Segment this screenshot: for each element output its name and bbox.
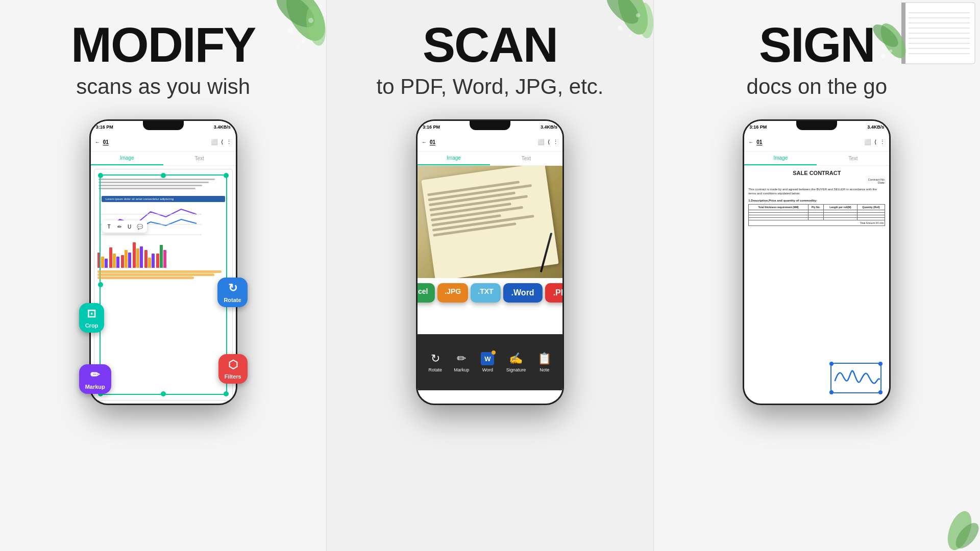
crop-icon: ⬜ — [211, 139, 218, 145]
crop-icon-center: ⬜ — [537, 139, 545, 145]
phone-lower-area: .Excel .JPG .TXT .Word .PDF ↻ Rotate ✏ — [418, 278, 562, 390]
tool-word[interactable]: W Word — [481, 352, 494, 372]
crop-handle-ml — [98, 282, 103, 287]
status-info-right: 3.4KB/s — [867, 124, 884, 130]
status-info-center: 3.4KB/s — [541, 124, 557, 130]
svg-point-12 — [636, 2, 653, 39]
share-icon-center: ⟨ — [548, 139, 550, 145]
status-time-center: 3:16 PM — [423, 124, 440, 130]
svg-point-5 — [308, 18, 313, 23]
back-icon-right: ← — [748, 139, 753, 145]
toolbar-num-center: 01 — [430, 139, 435, 145]
tab-text-right[interactable]: Text — [817, 152, 889, 165]
toolbar-num-right: 01 — [756, 139, 762, 145]
deco-plant-right — [919, 500, 980, 551]
phone-notch-left — [143, 121, 184, 130]
phone-tabs-center: Image Text — [418, 152, 562, 166]
scan-title: SCAN — [423, 20, 557, 69]
contract-date: Date: — [748, 181, 885, 184]
orange-highlight-1 — [97, 270, 222, 273]
format-badges-row: .Excel .JPG .TXT .Word .PDF — [418, 283, 562, 303]
crop-handle-tm — [161, 173, 166, 178]
crop-button[interactable]: ⊡ Crop — [79, 303, 105, 333]
contract-meta: Contract No: Date: — [748, 178, 885, 184]
toolbar-center: ← 01 ⬜ ⟨ ⋮ — [418, 133, 562, 152]
phone-notch-center — [470, 121, 510, 130]
rotate-bottom-label: Rotate — [429, 367, 443, 372]
scan-document: T ✏ U 💬 Lorem ipsum dolor sit amet conse… — [94, 169, 233, 400]
rotate-label: Rotate — [224, 297, 241, 303]
svg-point-10 — [612, 0, 653, 39]
tab-image-center[interactable]: Image — [418, 152, 490, 165]
svg-point-30 — [889, 49, 892, 53]
svg-point-6 — [297, 44, 300, 47]
annot-highlight-icon: ✏ — [115, 222, 124, 231]
badge-excel[interactable]: .Excel — [418, 283, 435, 303]
scan-content-left: T ✏ U 💬 Lorem ipsum dolor sit amet conse… — [91, 166, 236, 404]
tab-text-center[interactable]: Text — [490, 152, 562, 165]
status-time-right: 3:16 PM — [749, 124, 767, 130]
toolbar-right: ← 01 ⬜ ⟨ ⋮ — [744, 133, 889, 152]
markup-icon-float: ✏ — [90, 368, 100, 382]
back-icon-center: ← — [422, 139, 427, 145]
annot-text-icon: T — [105, 222, 113, 231]
sign-subtitle: docs on the go — [747, 74, 888, 99]
svg-point-1 — [271, 0, 321, 34]
contract-body: This contract is made by and agreed betw… — [748, 187, 885, 196]
phone-scan: 3:16 PM 3.4KB/s ← 01 ⬜ ⟨ ⋮ Image Text — [416, 119, 564, 405]
signature-bottom-label: Signature — [506, 367, 526, 372]
phone-tabs-right: Image Text — [744, 152, 889, 166]
svg-point-31 — [943, 508, 976, 551]
modify-title: MODIFY — [71, 20, 255, 69]
annotation-toolbar: T ✏ U 💬 — [102, 220, 147, 233]
svg-point-14 — [629, 34, 632, 37]
share-icon: ⟨ — [221, 139, 223, 145]
rotate-icon-float: ↻ — [228, 282, 237, 295]
badge-pdf[interactable]: .PDF — [545, 283, 562, 303]
badge-jpg[interactable]: .JPG — [437, 283, 468, 303]
tool-markup[interactable]: ✏ Markup — [454, 352, 469, 372]
toolbar-left: ← 01 ⬜ ⟨ ⋮ — [91, 133, 236, 152]
table-header-4: Quantity (Roll) — [857, 204, 885, 210]
tool-rotate[interactable]: ↻ Rotate — [429, 352, 443, 372]
word-icon-bottom: W — [481, 352, 494, 365]
bottom-toolbar-center: ↻ Rotate ✏ Markup W Word ✍ — [418, 334, 562, 390]
phone-notch-right — [796, 121, 837, 130]
filters-icon-float: ⬡ — [228, 358, 238, 371]
deco-leaves-center — [572, 0, 653, 77]
tab-image-right[interactable]: Image — [744, 152, 817, 165]
annot-comment-icon: 💬 — [136, 222, 144, 231]
rotate-button[interactable]: ↻ Rotate — [217, 278, 247, 307]
book-text — [423, 173, 553, 244]
markup-button[interactable]: ✏ Markup — [79, 364, 111, 394]
phone-modify: 3:16 PM 3.4KB/s ← 01 ⬜ ⟨ ⋮ Image Text — [89, 119, 237, 405]
signature-icon-bottom: ✍ — [509, 352, 523, 365]
tab-image-left[interactable]: Image — [91, 152, 163, 165]
phone-body-right: 3:16 PM 3.4KB/s ← 01 ⬜ ⟨ ⋮ Image Text — [743, 119, 891, 405]
crop-handle-tl — [98, 173, 103, 178]
note-bottom-label: Note — [540, 367, 549, 372]
svg-point-29 — [881, 54, 885, 58]
badge-txt[interactable]: .TXT — [471, 283, 500, 303]
signature-drawing — [832, 363, 881, 391]
svg-point-27 — [875, 19, 911, 62]
orange-highlight-3 — [97, 277, 194, 279]
svg-point-13 — [618, 26, 623, 31]
more-icon-right: ⋮ — [879, 139, 885, 145]
phone-screen-right: 3:16 PM 3.4KB/s ← 01 ⬜ ⟨ ⋮ Image Text — [744, 121, 889, 404]
badge-word[interactable]: .Word — [503, 283, 543, 303]
tool-note[interactable]: 📋 Note — [537, 352, 551, 372]
crop-handle-br — [224, 391, 229, 396]
markup-label: Markup — [85, 384, 105, 390]
status-time-left: 3:16 PM — [96, 124, 113, 130]
filters-button[interactable]: ⬡ Filters — [218, 354, 248, 384]
tab-text-left[interactable]: Text — [163, 152, 236, 165]
tool-signature[interactable]: ✍ Signature — [506, 352, 526, 372]
svg-point-3 — [287, 28, 293, 34]
svg-point-32 — [951, 519, 980, 551]
book-in-photo — [421, 166, 558, 278]
panel-modify: MODIFY scans as you wish 3:16 PM 3.4KB/s… — [0, 0, 326, 551]
toolbar-num-left: 01 — [103, 139, 109, 145]
crop-overlay — [100, 174, 227, 395]
panel-scan: SCAN to PDF, Word, JPG, etc. 3:16 PM 3.4… — [326, 0, 653, 551]
